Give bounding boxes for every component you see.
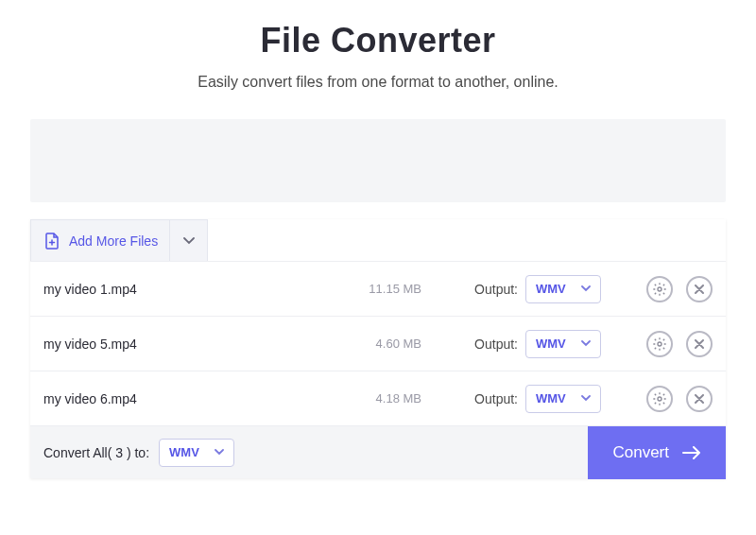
global-format-select[interactable]: WMV bbox=[159, 439, 234, 467]
svg-point-0 bbox=[658, 287, 662, 291]
output-format-select[interactable]: WMV bbox=[525, 275, 601, 303]
file-row: my video 6.mp4 4.18 MB Output: WMV bbox=[30, 371, 726, 425]
convert-all-label: Convert All( 3 ) to: bbox=[43, 445, 149, 460]
file-name: my video 6.mp4 bbox=[43, 391, 308, 406]
output-format-select[interactable]: WMV bbox=[525, 385, 601, 413]
output-format-value: WMV bbox=[536, 337, 566, 351]
gear-icon bbox=[652, 337, 667, 352]
file-size: 11.15 MB bbox=[308, 282, 421, 296]
remove-file-button[interactable] bbox=[686, 276, 713, 302]
chevron-down-icon bbox=[581, 285, 591, 292]
arrow-right-icon bbox=[682, 446, 701, 459]
file-name: my video 1.mp4 bbox=[43, 282, 308, 297]
convert-button-label: Convert bbox=[612, 443, 669, 462]
chevron-down-icon bbox=[215, 449, 224, 456]
file-row: my video 1.mp4 11.15 MB Output: WMV bbox=[30, 261, 726, 316]
output-format-select[interactable]: WMV bbox=[525, 330, 601, 358]
file-list-panel: Add More Files my video 1.mp4 11.15 MB O… bbox=[30, 219, 726, 478]
close-icon bbox=[695, 339, 704, 349]
add-file-icon bbox=[44, 233, 60, 250]
add-more-files-label: Add More Files bbox=[69, 233, 158, 249]
page-subtitle: Easily convert files from one format to … bbox=[15, 74, 741, 91]
output-label: Output: bbox=[421, 337, 525, 352]
global-format-value: WMV bbox=[169, 445, 199, 459]
add-more-files-dropdown[interactable] bbox=[170, 219, 208, 261]
footer-bar: Convert All( 3 ) to: WMV Convert bbox=[30, 425, 726, 478]
file-size: 4.60 MB bbox=[308, 337, 421, 351]
remove-file-button[interactable] bbox=[686, 331, 713, 357]
page-title: File Converter bbox=[15, 21, 741, 60]
gear-icon bbox=[652, 282, 667, 297]
output-label: Output: bbox=[421, 282, 525, 297]
banner-placeholder bbox=[30, 119, 726, 202]
svg-point-1 bbox=[658, 342, 662, 346]
output-label: Output: bbox=[421, 391, 525, 406]
convert-button[interactable]: Convert bbox=[588, 426, 726, 479]
output-format-value: WMV bbox=[536, 391, 566, 406]
close-icon bbox=[695, 285, 704, 294]
settings-button[interactable] bbox=[646, 331, 673, 357]
svg-point-2 bbox=[658, 397, 662, 401]
settings-button[interactable] bbox=[646, 276, 673, 302]
gear-icon bbox=[652, 391, 667, 406]
chevron-down-icon bbox=[581, 395, 591, 402]
close-icon bbox=[695, 394, 704, 404]
output-format-value: WMV bbox=[536, 282, 566, 296]
file-row: my video 5.mp4 4.60 MB Output: WMV bbox=[30, 316, 726, 371]
remove-file-button[interactable] bbox=[686, 386, 713, 412]
file-name: my video 5.mp4 bbox=[43, 337, 308, 352]
file-size: 4.18 MB bbox=[308, 391, 421, 406]
chevron-down-icon bbox=[183, 237, 195, 245]
settings-button[interactable] bbox=[646, 386, 673, 412]
chevron-down-icon bbox=[581, 340, 591, 347]
add-more-files-button[interactable]: Add More Files bbox=[30, 219, 170, 261]
